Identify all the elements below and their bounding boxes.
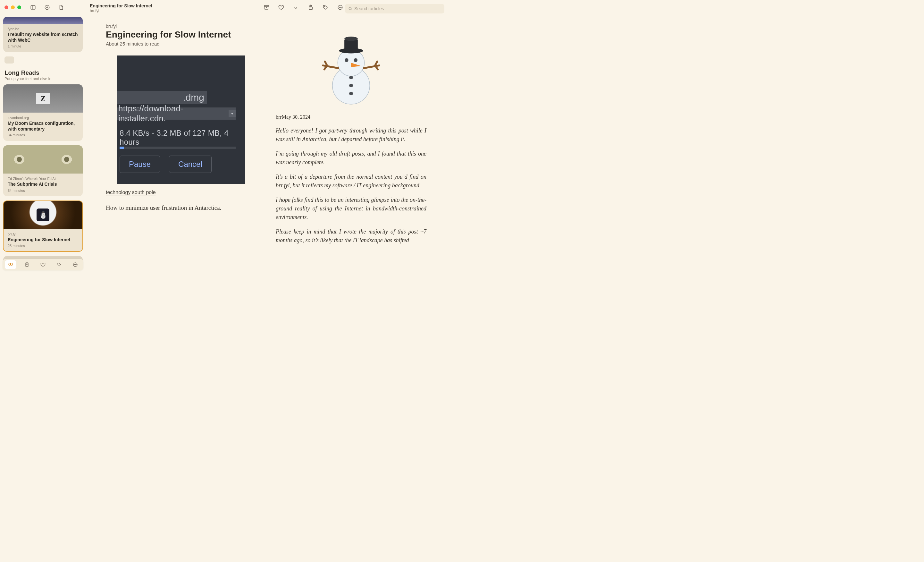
article-paragraph: I hope folks find this to be an interest…: [276, 196, 426, 222]
card-readtime: 34 minutes: [8, 189, 78, 192]
svg-line-19: [9, 265, 9, 266]
card-thumbnail: [3, 145, 83, 174]
card-source: Ed Zitron's Where's Your Ed At: [8, 177, 78, 180]
card-title: Engineering for Slow Internet: [8, 237, 78, 243]
section-subtitle: Put up your feet and dive in: [4, 77, 81, 81]
more-button[interactable]: ···: [4, 56, 14, 63]
card-title: I rebuilt my website from scratch with W…: [8, 32, 78, 43]
window-controls: [4, 6, 21, 9]
card-title: My Doom Emacs configuration, with commen…: [8, 120, 78, 132]
search-input[interactable]: [354, 6, 441, 11]
search-box[interactable]: [345, 4, 444, 14]
svg-point-24: [58, 264, 58, 264]
svg-point-13: [340, 7, 340, 8]
article-source: brr.fyi: [106, 24, 256, 29]
cancel-button: Cancel: [169, 156, 212, 173]
tab-more[interactable]: [70, 260, 81, 269]
svg-point-37: [349, 76, 353, 80]
snowman-icon: ⛄: [36, 209, 50, 221]
sidebar: fynn.be I rebuilt my website from scratc…: [0, 16, 86, 273]
minimize-window-button[interactable]: [11, 6, 15, 9]
chevron-down-icon: ▾: [229, 110, 236, 117]
card-source: brr.fyi: [8, 232, 78, 236]
article-readtime: About 25 minutes to read: [106, 41, 256, 47]
tag-link[interactable]: south pole: [132, 189, 156, 195]
download-url-row: https://download-installer.cdn. ▾: [117, 107, 236, 120]
more-icon[interactable]: [337, 5, 343, 12]
svg-point-15: [349, 8, 351, 10]
card-readtime: 1 minute: [8, 44, 78, 48]
article-paragraph: I’m going through my old draft posts, an…: [276, 149, 426, 167]
svg-point-39: [349, 92, 353, 96]
tab-favorites[interactable]: [37, 260, 49, 269]
svg-point-35: [354, 59, 357, 62]
sidebar-tabbar: [3, 259, 83, 270]
titlebar: Engineering for Slow Internet brr.fyi Aa: [0, 0, 449, 16]
card-thumbnail: Z: [3, 84, 83, 113]
tab-list[interactable]: [21, 260, 33, 269]
tag-icon[interactable]: [322, 5, 328, 12]
titlebar-title-block: Engineering for Slow Internet brr.fyi: [90, 3, 152, 13]
section-title: Long Reads: [4, 69, 81, 76]
article-paragraph: Please keep in mind that I wrote the maj…: [276, 227, 426, 245]
svg-line-16: [351, 9, 352, 10]
add-icon[interactable]: [44, 5, 50, 12]
tag-link[interactable]: technology: [106, 189, 130, 195]
tab-discover[interactable]: [5, 260, 16, 269]
card-thumbnail: [3, 17, 83, 24]
article-paragraph: Hello everyone! I got partway through wr…: [276, 126, 426, 144]
article-card[interactable]: Z zzamboni.org My Doom Emacs configurati…: [3, 84, 83, 141]
byline-author[interactable]: brr: [276, 114, 282, 120]
tag-row: technology south pole: [106, 189, 256, 195]
card-title: The Subprime AI Crisis: [8, 182, 78, 187]
tab-tags[interactable]: [53, 260, 65, 269]
hero-image: [276, 24, 426, 108]
svg-point-33: [344, 36, 358, 41]
new-doc-icon[interactable]: [58, 5, 64, 12]
card-readtime: 25 minutes: [8, 244, 78, 248]
card-thumbnail: ⛄: [3, 201, 83, 229]
article-paragraph: It’s a bit of a departure from the norma…: [276, 173, 426, 190]
download-filename: .dmg: [117, 91, 207, 104]
byline-date: May 30, 2024: [282, 114, 310, 120]
article-card-selected[interactable]: ⛄ brr.fyi Engineering for Slow Internet …: [3, 201, 83, 252]
close-window-button[interactable]: [4, 6, 8, 9]
text-style-icon[interactable]: Aa: [293, 5, 299, 12]
article-card[interactable]: Ed Zitron's Where's Your Ed At The Subpr…: [3, 145, 83, 196]
download-status: 8.4 KB/s - 3.2 MB of 127 MB, 4 hours: [120, 129, 245, 147]
article-title: Engineering for Slow Internet: [106, 30, 256, 40]
svg-rect-5: [264, 6, 268, 6]
titlebar-subtitle: brr.fyi: [90, 9, 152, 13]
archive-icon[interactable]: [264, 5, 269, 12]
download-progress: [120, 147, 236, 149]
card-source: fynn.be: [8, 27, 78, 31]
section-header: Long Reads Put up your feet and dive in: [3, 69, 83, 81]
share-icon[interactable]: [308, 5, 314, 12]
download-url: https://download-installer.cdn.: [118, 104, 229, 123]
maximize-window-button[interactable]: [17, 6, 21, 9]
card-source: zzamboni.org: [8, 116, 78, 120]
svg-text:Aa: Aa: [294, 6, 298, 10]
svg-rect-0: [31, 6, 35, 9]
titlebar-title: Engineering for Slow Internet: [90, 3, 152, 8]
download-screenshot: .dmg https://download-installer.cdn. ▾ 8…: [117, 56, 245, 184]
svg-point-38: [349, 84, 353, 87]
article-pane: brr.fyi Engineering for Slow Internet Ab…: [86, 16, 449, 273]
svg-point-34: [345, 59, 348, 62]
snowman-icon: [311, 24, 391, 107]
search-icon: [348, 6, 352, 11]
svg-point-14: [341, 7, 342, 8]
article-card[interactable]: fynn.be I rebuilt my website from scratc…: [3, 17, 83, 52]
byline: brrMay 30, 2024: [276, 114, 426, 120]
heart-icon[interactable]: [278, 5, 284, 12]
pause-button: Pause: [120, 156, 160, 173]
card-readtime: 34 minutes: [8, 133, 78, 137]
article-lead: How to minimize user frustration in Anta…: [106, 204, 256, 211]
svg-point-10: [324, 6, 324, 7]
sidebar-toggle-icon[interactable]: [30, 5, 36, 12]
z-logo-icon: Z: [36, 93, 50, 104]
svg-point-12: [339, 7, 339, 8]
